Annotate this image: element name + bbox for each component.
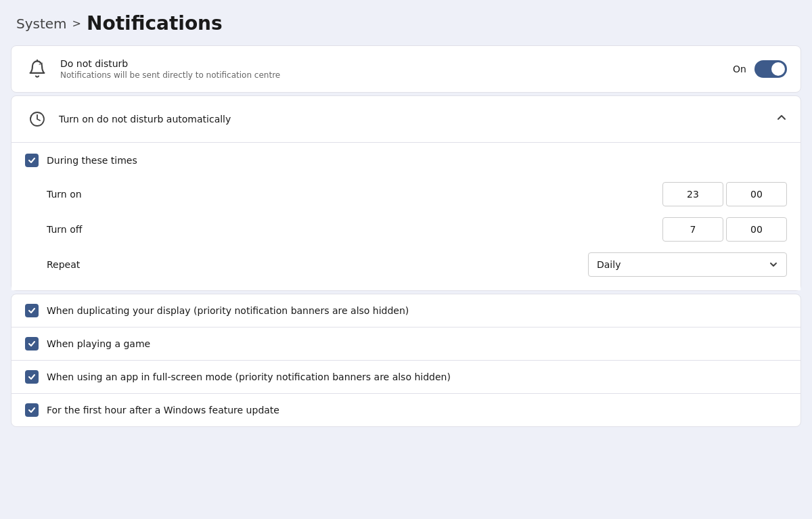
- breadcrumb-chevron: >: [72, 17, 81, 30]
- dnd-text: Do not disturb Notifications will be sen…: [60, 58, 280, 80]
- windows-update-checkbox[interactable]: [25, 403, 39, 417]
- windows-update-section: For the first hour after a Windows featu…: [12, 393, 800, 426]
- dnd-toggle[interactable]: [754, 60, 787, 78]
- fullscreen-section: When using an app in full-screen mode (p…: [12, 360, 800, 393]
- page-header: System > Notifications: [0, 0, 812, 45]
- during-times-checkbox[interactable]: [25, 154, 39, 167]
- svg-text:zz: zz: [39, 62, 43, 66]
- turn-off-inputs: 7 00: [662, 217, 787, 242]
- windows-update-row: For the first hour after a Windows featu…: [12, 394, 800, 426]
- dnd-title: Do not disturb: [60, 58, 280, 69]
- repeat-row: Repeat Daily: [47, 252, 787, 277]
- turn-on-row: Turn on 23 00: [47, 182, 787, 206]
- turn-off-minute-input[interactable]: 00: [726, 217, 787, 242]
- duplicating-checkbox[interactable]: [25, 304, 39, 317]
- fullscreen-checkbox[interactable]: [25, 370, 39, 384]
- turn-off-hour-input[interactable]: 7: [662, 217, 723, 242]
- repeat-chevron-icon: [769, 260, 778, 269]
- during-times-row: During these times: [12, 143, 800, 177]
- dnd-right: On: [733, 60, 787, 78]
- turn-on-hour-input[interactable]: 23: [662, 182, 723, 206]
- fullscreen-label: When using an app in full-screen mode (p…: [47, 371, 451, 382]
- turn-off-row: Turn off 7 00: [47, 217, 787, 242]
- gaming-label: When playing a game: [47, 338, 150, 349]
- repeat-select[interactable]: Daily: [588, 252, 787, 277]
- auto-turn-on-title: Turn on do not disturb automatically: [59, 114, 231, 125]
- breadcrumb-system[interactable]: System: [16, 16, 67, 32]
- gaming-row: When playing a game: [12, 328, 800, 360]
- gaming-section: When playing a game: [12, 327, 800, 360]
- clock-icon: [25, 107, 49, 131]
- content-area: zz Do not disturb Notifications will be …: [0, 45, 812, 441]
- dnd-left: zz Do not disturb Notifications will be …: [25, 57, 280, 81]
- auto-turn-on-header[interactable]: Turn on do not disturb automatically: [12, 96, 800, 142]
- page-title: Notifications: [87, 12, 223, 35]
- dnd-row: zz Do not disturb Notifications will be …: [12, 46, 800, 92]
- turn-on-label: Turn on: [47, 189, 82, 200]
- repeat-value: Daily: [597, 259, 621, 270]
- turn-on-inputs: 23 00: [662, 182, 787, 206]
- duplicating-row: When duplicating your display (priority …: [12, 294, 800, 327]
- during-times-label: During these times: [47, 155, 137, 166]
- during-times-section: During these times Turn on 23 00 Turn of…: [12, 143, 800, 290]
- fullscreen-row: When using an app in full-screen mode (p…: [12, 361, 800, 393]
- dnd-card: zz Do not disturb Notifications will be …: [11, 45, 801, 93]
- toggle-label: On: [733, 64, 746, 74]
- time-settings: Turn on 23 00 Turn off 7 00 Repeat: [12, 177, 800, 290]
- repeat-label: Repeat: [47, 259, 80, 270]
- turn-off-label: Turn off: [47, 224, 82, 235]
- chevron-up-icon: [776, 112, 787, 126]
- turn-on-minute-input[interactable]: 00: [726, 182, 787, 206]
- dnd-bell-icon: zz: [25, 57, 49, 81]
- dnd-subtitle: Notifications will be sent directly to n…: [60, 70, 280, 80]
- auto-turn-on-card: Turn on do not disturb automatically Dur…: [11, 95, 801, 291]
- gaming-checkbox[interactable]: [25, 337, 39, 351]
- duplicating-label: When duplicating your display (priority …: [47, 305, 409, 316]
- auto-header-left: Turn on do not disturb automatically: [25, 107, 231, 131]
- other-checkboxes-wrapper: When duplicating your display (priority …: [11, 294, 801, 427]
- windows-update-label: For the first hour after a Windows featu…: [47, 405, 279, 415]
- duplicating-section: When duplicating your display (priority …: [12, 294, 800, 327]
